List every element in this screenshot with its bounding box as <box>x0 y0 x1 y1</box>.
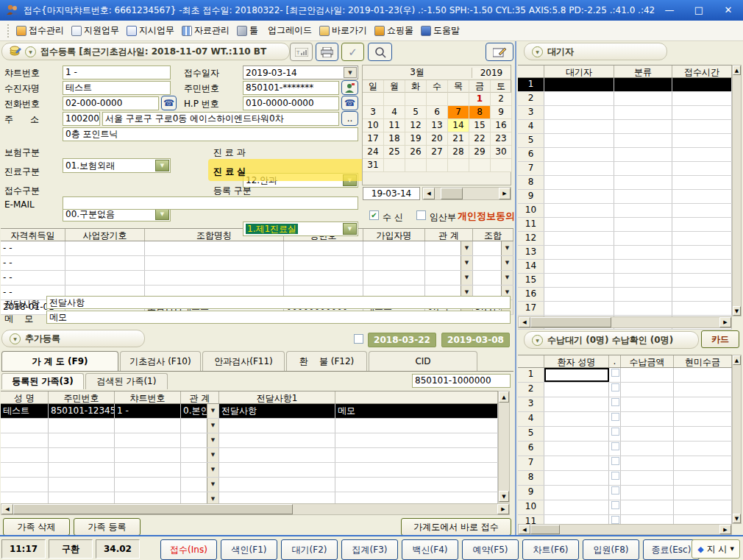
close-button[interactable]: ✕ <box>714 0 743 21</box>
calendar-day[interactable] <box>384 93 405 106</box>
payment-row[interactable]: 11 <box>518 515 732 524</box>
calendar-day[interactable]: 24 <box>363 146 384 159</box>
menu-item-help[interactable]: 도움말 <box>421 24 460 37</box>
dropdown-arrow-icon[interactable]: ▼ <box>501 256 513 270</box>
fkey-button-3[interactable]: 집계(F3) <box>341 539 398 560</box>
collapse-icon[interactable]: ▼ <box>25 46 36 57</box>
payment-checkbox[interactable] <box>611 398 619 406</box>
payment-vscrollbar[interactable]: ▲ ▼ <box>732 355 742 524</box>
family-row[interactable]: ▼ <box>1 448 498 463</box>
scroll-thumb[interactable] <box>530 317 611 327</box>
order-button[interactable]: ◆ 지 시 ▼ <box>692 539 740 559</box>
scroll-left-icon[interactable]: ◀ <box>519 525 530 534</box>
calendar-day[interactable]: 28 <box>448 146 469 159</box>
calendar-day[interactable] <box>427 93 448 106</box>
calendar-month[interactable]: 3월 <box>363 66 472 79</box>
calendar-day[interactable]: 23 <box>491 132 512 146</box>
calendar-day[interactable]: 6 <box>427 106 448 119</box>
fkey-button-0[interactable]: 접수(Ins) <box>160 539 217 560</box>
pregnant-checkbox[interactable] <box>416 210 426 220</box>
memo-input[interactable]: 메모 <box>46 311 511 324</box>
insurance-kind-combo[interactable]: 01.보험외래▼ <box>63 158 171 173</box>
menu-item-reception[interactable]: 접수관리 <box>16 24 64 37</box>
dropdown-arrow-icon[interactable]: ▼ <box>207 463 218 477</box>
dropdown-arrow-icon[interactable]: ▼ <box>501 271 513 285</box>
calendar-day[interactable]: 11 <box>384 119 405 132</box>
address-input[interactable]: 서울 구로구 구로0동 에이스하이엔드타워0차 <box>102 112 339 126</box>
calendar-year[interactable]: 2019 <box>472 68 511 78</box>
scroll-down-icon[interactable]: ▼ <box>733 306 741 316</box>
chart-no-input[interactable]: 1 - <box>63 65 171 79</box>
menu-item-order[interactable]: 지시업무 <box>127 24 174 37</box>
patient-photo-button[interactable] <box>341 80 358 95</box>
calendar-day[interactable] <box>405 93 427 106</box>
reception-date-combo[interactable]: 2019-03-14 ▼ <box>243 65 358 79</box>
calendar-day[interactable]: 3 <box>363 106 384 119</box>
phone-input[interactable]: 02-000-0000 <box>63 96 159 110</box>
payment-checkbox[interactable] <box>611 501 619 509</box>
payment-row[interactable]: 3 <box>518 397 732 412</box>
calendar-day[interactable]: 18 <box>384 132 405 146</box>
calendar-day[interactable]: 21 <box>448 132 469 146</box>
confirm-check-button[interactable]: ✓ <box>341 43 364 61</box>
calendar-day[interactable] <box>384 159 405 172</box>
fkey-button-7[interactable]: 입원(F8) <box>583 539 639 560</box>
payment-row[interactable]: 4 <box>518 412 732 427</box>
calendar-day[interactable]: 20 <box>427 132 448 146</box>
dropdown-arrow-icon[interactable]: ▼ <box>207 433 218 447</box>
calendar-day[interactable] <box>491 159 512 172</box>
calendar-day[interactable]: 29 <box>469 146 491 159</box>
print-button[interactable] <box>316 43 338 61</box>
scroll-left-icon[interactable]: ◀ <box>519 317 530 327</box>
fkey-button-5[interactable]: 예약(F5) <box>462 539 519 560</box>
dropdown-arrow-icon[interactable]: ▼ <box>461 271 472 285</box>
scroll-right-icon[interactable]: ▶ <box>719 317 731 327</box>
payment-checkbox[interactable] <box>611 472 619 480</box>
calendar-day[interactable] <box>469 159 491 172</box>
tab-3[interactable]: 환 불 (F12) <box>286 351 367 371</box>
family-vscrollbar[interactable]: ▲ ▼ <box>498 391 510 503</box>
scroll-right-icon[interactable]: ▶ <box>499 188 511 199</box>
dropdown-arrow-icon[interactable]: ▼ <box>461 241 472 255</box>
waiting-row[interactable]: 2 <box>518 92 732 106</box>
scroll-up-icon[interactable]: ▲ <box>733 355 741 365</box>
fkey-button-1[interactable]: 색인(F1) <box>221 539 277 560</box>
calendar-day[interactable] <box>448 159 469 172</box>
waiting-row[interactable]: 7 <box>518 162 732 176</box>
payment-checkbox[interactable] <box>611 369 619 377</box>
dropdown-arrow-icon[interactable]: ▼ <box>461 256 472 270</box>
calendar-day[interactable]: 1 <box>469 93 491 106</box>
extra-date-to-button[interactable]: 2019-03-08 <box>441 333 510 347</box>
scroll-left-icon[interactable]: ◀ <box>423 188 435 199</box>
dropdown-arrow-icon[interactable]: ▼ <box>207 448 218 462</box>
calendar-day[interactable]: 5 <box>405 106 427 119</box>
collapse-icon[interactable]: ▼ <box>532 46 543 57</box>
calendar-day[interactable]: 27 <box>427 146 448 159</box>
family-register-button[interactable]: 가족 등록 <box>74 518 141 536</box>
hp-dial-button[interactable]: ☎ <box>341 96 358 110</box>
family-subtab-1[interactable]: 검색된 가족(1) <box>85 373 168 389</box>
calendar-day[interactable]: 15 <box>469 119 491 132</box>
calendar-day[interactable] <box>427 159 448 172</box>
waiting-hscrollbar[interactable]: ◀ ▶ <box>518 316 732 328</box>
family-subtab-0[interactable]: 등록된 가족(3) <box>1 373 84 389</box>
waiting-row[interactable]: 8 <box>518 176 732 190</box>
payment-checkbox[interactable] <box>611 486 619 495</box>
calendar-day[interactable] <box>448 93 469 106</box>
waiting-row[interactable]: 3 <box>518 106 732 120</box>
waiting-row[interactable]: 16 <box>518 288 732 302</box>
calendar-day[interactable]: 17 <box>363 132 384 146</box>
payment-checkbox[interactable] <box>611 383 619 391</box>
dropdown-arrow-icon[interactable]: ▼ <box>207 404 218 418</box>
card-button[interactable]: 카드 <box>701 330 739 348</box>
receive-checkbox[interactable]: ✔ <box>369 210 379 220</box>
waiting-row[interactable]: 11 <box>518 218 732 232</box>
chevron-down-icon[interactable]: ▼ <box>155 160 169 171</box>
waiting-row[interactable]: 6 <box>518 148 732 162</box>
collapse-icon[interactable]: ▼ <box>10 333 21 344</box>
email-input[interactable] <box>63 196 358 210</box>
waiting-row[interactable]: 12 <box>518 232 732 246</box>
scroll-thumb[interactable] <box>530 525 560 534</box>
address-search-button[interactable]: .. <box>341 111 358 126</box>
waiting-row[interactable]: 4 <box>518 120 732 134</box>
